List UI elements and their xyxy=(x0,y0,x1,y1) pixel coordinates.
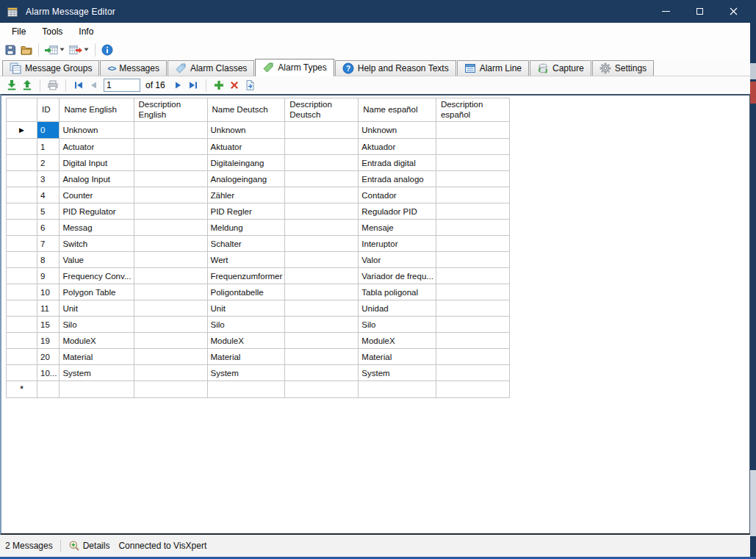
grid-cell[interactable] xyxy=(134,139,207,155)
grid-cell[interactable] xyxy=(37,381,60,398)
grid-cell[interactable] xyxy=(285,187,359,203)
export-table-button[interactable] xyxy=(68,42,90,58)
column-header-name-english[interactable]: Name English xyxy=(60,98,134,122)
grid-cell[interactable]: Actuator xyxy=(60,139,134,155)
grid-cell[interactable] xyxy=(285,268,359,284)
grid-cell[interactable] xyxy=(285,284,359,300)
grid-cell[interactable] xyxy=(285,122,359,139)
grid-cell[interactable] xyxy=(134,365,207,381)
grid-cell[interactable]: Poligontabelle xyxy=(207,284,285,300)
grid-cell[interactable]: Unknown xyxy=(60,122,134,139)
grid-cell[interactable] xyxy=(436,300,509,317)
grid-cell[interactable]: Entrada digital xyxy=(359,155,436,171)
grid-cell[interactable]: System xyxy=(60,365,134,381)
grid-cell[interactable]: Polygon Table xyxy=(60,284,134,300)
grid-cell[interactable]: Unit xyxy=(60,300,134,317)
grid-cell[interactable]: Messag xyxy=(60,220,134,236)
row-header[interactable] xyxy=(7,171,37,187)
grid-cell[interactable]: 4 xyxy=(37,187,60,203)
grid-cell[interactable] xyxy=(134,122,207,139)
grid-cell[interactable]: Entrada analogo xyxy=(359,171,436,187)
column-header-name-espa-ol[interactable]: Name español xyxy=(359,98,436,122)
grid-cell[interactable]: Digitaleingang xyxy=(207,155,285,171)
row-header[interactable] xyxy=(7,252,37,268)
column-header-name-deutsch[interactable]: Name Deutsch xyxy=(207,98,285,122)
grid-cell[interactable] xyxy=(134,333,207,349)
row-header[interactable] xyxy=(7,284,37,300)
tab-alarm-classes[interactable]: Alarm Classes xyxy=(168,60,254,76)
menu-info[interactable]: Info xyxy=(71,24,101,39)
row-header[interactable] xyxy=(7,365,37,381)
grid-cell[interactable]: Mensaje xyxy=(359,220,436,236)
grid-cell[interactable] xyxy=(134,220,207,236)
tab-messages[interactable]: <>Messages xyxy=(100,60,167,76)
grid-cell[interactable]: 20 xyxy=(37,349,60,365)
grid-cell[interactable]: 5 xyxy=(37,203,60,220)
grid-cell[interactable] xyxy=(285,365,359,381)
grid-cell[interactable]: System xyxy=(359,365,436,381)
grid-cell[interactable] xyxy=(134,268,207,284)
grid-cell[interactable]: Frequency Conv... xyxy=(60,268,134,284)
grid-cell[interactable]: ModuleX xyxy=(359,333,436,349)
menu-tools[interactable]: Tools xyxy=(34,24,71,39)
grid-cell[interactable]: Unit xyxy=(207,300,285,317)
grid-cell[interactable]: Valor xyxy=(359,252,436,268)
row-header[interactable] xyxy=(7,187,37,203)
new-row-header[interactable]: * xyxy=(7,381,37,398)
grid-cell[interactable]: Zähler xyxy=(207,187,285,203)
grid-cell[interactable]: PID Regulator xyxy=(60,203,134,220)
column-header-id[interactable]: ID xyxy=(37,98,60,122)
grid-cell[interactable] xyxy=(436,365,509,381)
grid-cell[interactable]: 19 xyxy=(37,333,60,349)
tab-capture[interactable]: Capture xyxy=(530,60,591,76)
grid-cell[interactable]: Contador xyxy=(359,187,436,203)
grid-cell[interactable]: Meldung xyxy=(207,220,285,236)
import-table-button[interactable] xyxy=(43,42,66,58)
grid-cell[interactable]: 0 xyxy=(37,122,60,139)
grid-cell[interactable] xyxy=(134,171,207,187)
tab-settings[interactable]: Settings xyxy=(592,60,654,76)
grid-cell[interactable]: Silo xyxy=(60,317,134,333)
tab-alarm-types[interactable]: Alarm Types xyxy=(255,59,334,76)
grid-cell[interactable] xyxy=(285,381,359,398)
grid-cell[interactable] xyxy=(436,236,509,252)
print-button[interactable] xyxy=(47,79,59,91)
info-button[interactable] xyxy=(100,42,115,58)
grid-cell[interactable] xyxy=(436,203,509,220)
grid-cell[interactable] xyxy=(134,203,207,220)
grid-cell[interactable] xyxy=(285,317,359,333)
grid-cell[interactable]: 7 xyxy=(37,236,60,252)
grid-cell[interactable]: ModuleX xyxy=(60,333,134,349)
grid-cell[interactable] xyxy=(436,122,509,139)
grid-cell[interactable] xyxy=(134,284,207,300)
next-record-button[interactable] xyxy=(172,79,184,91)
grid-cell[interactable] xyxy=(285,220,359,236)
row-header[interactable] xyxy=(7,203,37,220)
grid-cell[interactable]: Interuptor xyxy=(359,236,436,252)
grid-cell[interactable] xyxy=(134,317,207,333)
grid-cell[interactable] xyxy=(285,349,359,365)
grid-cell[interactable]: Switch xyxy=(60,236,134,252)
grid-cell[interactable]: PID Regler xyxy=(207,203,285,220)
grid-cell[interactable]: Unidad xyxy=(359,300,436,317)
grid-cell[interactable]: 9 xyxy=(37,268,60,284)
grid-cell[interactable] xyxy=(436,155,509,171)
grid-cell[interactable]: ModuleX xyxy=(207,333,285,349)
grid-cell[interactable] xyxy=(134,252,207,268)
grid-cell[interactable] xyxy=(359,381,436,398)
grid-cell[interactable]: Value xyxy=(60,252,134,268)
grid-cell[interactable]: Silo xyxy=(207,317,285,333)
record-position-input[interactable] xyxy=(104,79,140,92)
row-header[interactable] xyxy=(7,236,37,252)
grid-cell[interactable] xyxy=(436,252,509,268)
grid-cell[interactable]: Schalter xyxy=(207,236,285,252)
grid-cell[interactable]: Counter xyxy=(60,187,134,203)
grid-cell[interactable]: 3 xyxy=(37,171,60,187)
minimize-button[interactable] xyxy=(649,0,683,23)
upload-rows-button[interactable] xyxy=(21,79,33,91)
row-header[interactable]: ▶ xyxy=(7,122,37,139)
grid-cell[interactable] xyxy=(60,381,134,398)
grid-cell[interactable] xyxy=(285,236,359,252)
grid-cell[interactable]: Material xyxy=(207,349,285,365)
grid-cell[interactable] xyxy=(285,155,359,171)
